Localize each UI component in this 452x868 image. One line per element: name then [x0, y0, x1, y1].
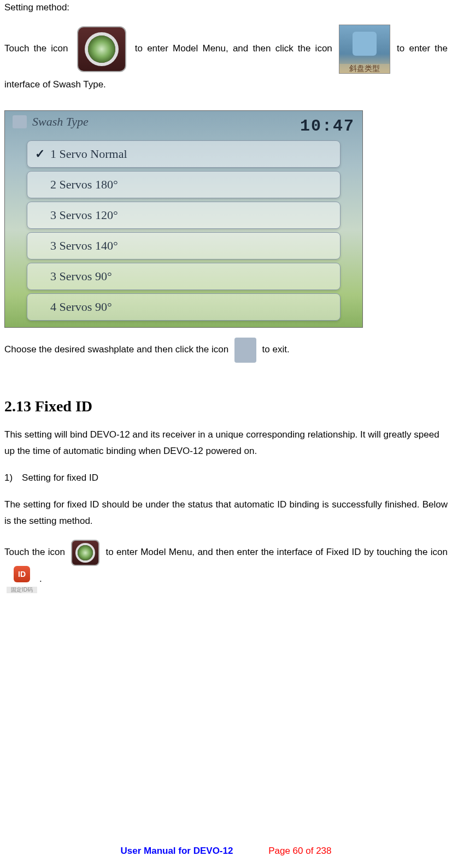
option-label: 3 Servos 140° [50, 236, 118, 255]
text-fragment: . [39, 574, 42, 584]
settings-gear-icon [77, 26, 126, 72]
option-label: 3 Servos 120° [50, 205, 118, 225]
intro-paragraph-2: Choose the desired swashplate and then c… [4, 338, 448, 363]
section-heading-fixed-id: 2.13 Fixed ID [4, 394, 448, 419]
option-label: 3 Servos 90° [50, 267, 112, 286]
id-icon-caption: 固定ID码 [7, 587, 37, 593]
swash-type-screenshot: Swash Type 10:47 ✓1 Servo Normal 2 Servo… [4, 110, 363, 328]
checkmark-icon: ✓ [35, 144, 50, 163]
screenshot-title: Swash Type [32, 112, 89, 131]
settings-gear-icon [71, 540, 99, 566]
swash-option-list: ✓1 Servo Normal 2 Servos 180° 3 Servos 1… [5, 140, 362, 324]
text-fragment: to exit. [262, 344, 290, 355]
fixed-id-icon: ID 固定ID码 [7, 566, 37, 593]
list-item: 3 Servos 120° [27, 202, 341, 229]
setting-method-heading: Setting method: [4, 0, 448, 15]
text-fragment: to enter Model Menu, and then enter the … [106, 547, 448, 557]
list-item: 4 Servos 90° [27, 293, 341, 321]
text-fragment: Choose the desired swashplate and then c… [4, 344, 231, 355]
text-fragment: Touch the icon [4, 547, 68, 557]
fixed-id-instruction: Touch the icon to enter Model Menu, and … [4, 540, 448, 593]
option-label: 4 Servos 90° [50, 297, 112, 316]
option-label: 2 Servos 180° [50, 175, 118, 194]
fixed-id-description: This setting will bind DEVO-12 and its r… [4, 427, 448, 460]
back-icon [234, 338, 256, 363]
swash-type-icon: 斜盘类型 [339, 25, 390, 74]
intro-paragraph-1: Touch the icon to enter Model Menu, and … [4, 25, 448, 96]
list-item: 3 Servos 140° [27, 232, 341, 259]
screenshot-clock: 10:47 [300, 113, 355, 139]
footer-title: User Manual for DEVO-12 [120, 846, 233, 856]
list-item: 2 Servos 180° [27, 171, 341, 198]
footer-page-number: Page 60 of 238 [268, 846, 331, 856]
fixed-id-setting-note: The setting for fixed ID should be under… [4, 497, 448, 530]
screenshot-back-icon [13, 115, 27, 128]
text-fragment: Touch the icon [4, 44, 73, 54]
option-label: 1 Servo Normal [50, 144, 127, 163]
list-item: ✓1 Servo Normal [27, 140, 341, 168]
list-item: 3 Servos 90° [27, 263, 341, 290]
swash-icon-caption: 斜盘类型 [339, 64, 390, 73]
text-fragment: to enter Model Menu, and then click the … [135, 44, 337, 54]
subheading-setting-fixed-id: 1) Setting for fixed ID [4, 470, 448, 487]
id-badge: ID [14, 566, 30, 582]
page-footer: User Manual for DEVO-12 Page 60 of 238 [0, 843, 452, 858]
